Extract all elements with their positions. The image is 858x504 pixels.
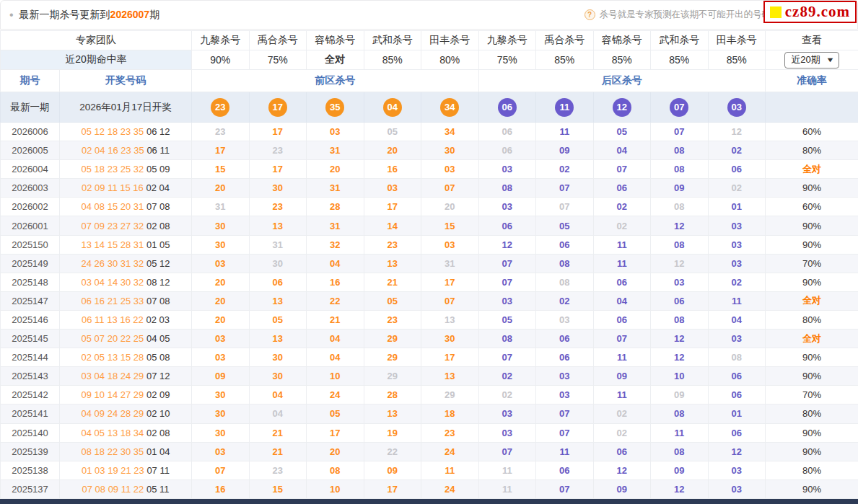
back-number-ball: 07 xyxy=(670,98,688,117)
kill-number-cell: 30 xyxy=(421,141,479,160)
kill-number-cell: 23 xyxy=(249,461,307,479)
kill-number-cell: 08 xyxy=(651,141,709,160)
draw-back-numbers: 05 09 xyxy=(144,164,170,174)
expert-name: 禹合杀号 xyxy=(536,31,594,50)
hit-rate-row: 近20期命中率 90% 75% 全对 85% 80% 75% 85% 85% 8… xyxy=(1,50,858,70)
kill-number-cell: 17 xyxy=(364,198,421,216)
kill-number-cell: 07 xyxy=(536,179,594,198)
site-logo[interactable]: cz89.com xyxy=(763,1,857,23)
draw-front-numbers: 04 05 13 18 34 xyxy=(82,428,144,438)
draw-front-numbers: 09 10 14 27 29 xyxy=(82,389,144,400)
kill-number-cell: 02 xyxy=(536,160,594,179)
front-number-ball: 23 xyxy=(211,98,229,117)
question-circle-icon[interactable]: ? xyxy=(585,9,595,20)
kill-number-cell: 30 xyxy=(249,179,307,198)
kill-number-cell: 11 xyxy=(536,442,594,461)
draw-back-numbers: 07 08 xyxy=(144,201,170,212)
kill-number-cell: 13 xyxy=(421,310,479,329)
kill-number-cell: 16 xyxy=(192,479,250,498)
kill-number-cell: 15 xyxy=(421,216,479,235)
kill-number-cell: 05 xyxy=(364,123,421,141)
kill-number-cell: 09 xyxy=(364,461,421,479)
accuracy-cell: 90% xyxy=(766,442,858,461)
kill-number-cell: 20 xyxy=(192,310,250,329)
kill-number-cell: 21 xyxy=(364,273,421,291)
kill-number-cell: 13 xyxy=(249,216,307,235)
kill-number-cell: 13 xyxy=(364,404,421,423)
draw-front-numbers: 02 04 16 23 35 xyxy=(82,145,144,156)
kill-number-cell: 14 xyxy=(364,216,421,235)
kill-number-cell: 20 xyxy=(421,198,479,216)
period-cell: 2026006 xyxy=(1,123,60,141)
draw-numbers-cell: 02 04 16 23 35 06 11 xyxy=(60,141,192,160)
expert-rate: 85% xyxy=(536,50,594,70)
period-cell: 2025137 xyxy=(1,479,60,498)
history-row: 2026001 07 09 23 27 32 02 08 30 13 31 14… xyxy=(1,216,858,235)
period-cell: 2025148 xyxy=(1,273,60,291)
kill-number-cell: 20 xyxy=(364,141,421,160)
period-cell: 2026005 xyxy=(1,141,60,160)
footer-strip xyxy=(0,499,858,504)
latest-label: 最新一期 xyxy=(1,92,60,123)
expert-rate: 85% xyxy=(593,50,651,70)
latest-period-number: 2026007 xyxy=(110,9,150,20)
experts-header-row: 专家团队 九黎杀号 禹合杀号 容锦杀号 武和杀号 田丰杀号 九黎杀号 禹合杀号 … xyxy=(1,31,858,50)
expert-rate: 85% xyxy=(651,50,709,70)
kill-number-cell: 08 xyxy=(651,160,709,179)
kill-number-cell: 06 xyxy=(651,291,709,310)
latest-back-kill: 12 xyxy=(593,92,651,123)
draw-back-numbers: 02 08 xyxy=(144,428,170,438)
period-cell: 2025138 xyxy=(1,461,60,479)
draw-back-numbers: 05 11 xyxy=(144,484,169,495)
kill-number-cell: 09 xyxy=(192,367,250,386)
chevron-down-icon: ▼ xyxy=(826,56,834,63)
kill-number-cell: 02 xyxy=(708,141,766,160)
draw-front-numbers: 03 04 14 30 32 xyxy=(82,277,144,288)
kill-number-cell: 21 xyxy=(249,423,307,442)
expert-name: 禹合杀号 xyxy=(249,31,307,50)
kill-number-cell: 09 xyxy=(536,141,594,160)
accuracy-cell: 80% xyxy=(766,461,858,479)
draw-numbers-cell: 01 03 19 21 23 07 11 xyxy=(60,461,192,479)
range-dropdown[interactable]: 近20期 ▼ xyxy=(784,52,839,68)
kill-number-cell: 06 xyxy=(593,310,651,329)
kill-number-cell: 16 xyxy=(307,273,364,291)
kill-number-cell: 06 xyxy=(593,179,651,198)
kill-number-cell: 21 xyxy=(307,310,364,329)
kill-number-cell: 09 xyxy=(651,386,709,404)
kill-number-cell: 23 xyxy=(421,423,479,442)
kill-number-cell: 03 xyxy=(536,386,594,404)
expert-name: 九黎杀号 xyxy=(192,31,250,50)
kill-number-cell: 03 xyxy=(536,310,594,329)
kill-number-cell: 29 xyxy=(364,348,421,367)
kill-number-cell: 07 xyxy=(421,291,479,310)
kill-number-cell: 31 xyxy=(421,254,479,273)
draw-front-numbers: 02 09 11 15 16 xyxy=(82,182,144,193)
period-cell: 2025139 xyxy=(1,442,60,461)
latest-back-kill: 03 xyxy=(708,92,766,123)
update-notice: • 最新一期杀号更新到2026007期 xyxy=(9,9,159,22)
kill-number-cell: 11 xyxy=(593,386,651,404)
draw-front-numbers: 06 16 21 25 33 xyxy=(82,296,144,306)
draw-back-numbers: 01 05 xyxy=(144,239,170,250)
kill-number-cell: 08 xyxy=(536,254,594,273)
kill-number-cell: 04 xyxy=(593,291,651,310)
expert-name: 武和杀号 xyxy=(364,31,421,50)
latest-accuracy-cell xyxy=(766,92,858,123)
draw-back-numbers: 01 04 xyxy=(144,446,170,457)
back-number-ball: 03 xyxy=(727,98,746,117)
kill-number-cell: 28 xyxy=(364,386,421,404)
expert-name: 容锦杀号 xyxy=(593,31,651,50)
view-header: 查看 xyxy=(766,31,858,50)
kill-number-cell: 17 xyxy=(421,348,479,367)
kill-number-cell: 06 xyxy=(708,367,766,386)
kill-number-cell: 31 xyxy=(249,235,307,254)
kill-number-cell: 06 xyxy=(708,386,766,404)
kill-number-cell: 30 xyxy=(192,386,250,404)
kill-number-cell: 05 xyxy=(478,310,536,329)
period-cell: 2025150 xyxy=(1,235,60,254)
expert-rate: 85% xyxy=(364,50,421,70)
kill-number-cell: 31 xyxy=(307,216,364,235)
history-row: 2026004 05 18 23 25 32 05 09 15 17 20 16… xyxy=(1,160,858,179)
expert-name: 容锦杀号 xyxy=(307,31,364,50)
